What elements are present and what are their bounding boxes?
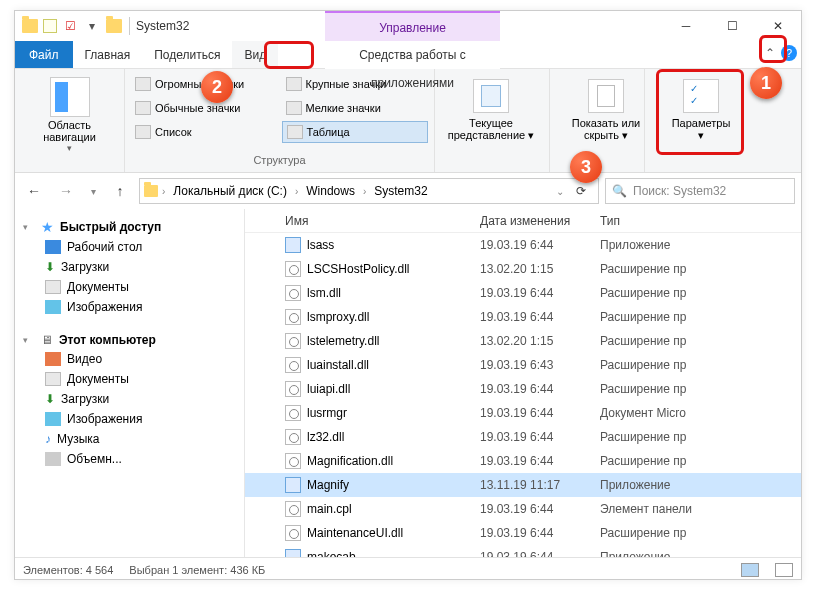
file-date: 19.03.19 6:44 bbox=[480, 310, 600, 324]
table-row[interactable]: lz32.dll19.03.19 6:44Расширение пр bbox=[245, 425, 801, 449]
col-name[interactable]: Имя bbox=[245, 214, 480, 228]
file-name: Magnify bbox=[307, 478, 349, 492]
view-icons-button[interactable] bbox=[775, 563, 793, 577]
close-button[interactable]: ✕ bbox=[755, 11, 801, 41]
file-name: lsmproxy.dll bbox=[307, 310, 369, 324]
file-type: Расширение пр bbox=[600, 310, 801, 324]
window-title: System32 bbox=[136, 19, 189, 33]
back-button[interactable]: ← bbox=[21, 178, 47, 204]
file-icon bbox=[285, 333, 301, 349]
search-placeholder: Поиск: System32 bbox=[633, 184, 726, 198]
sidebar: ▾★ Быстрый доступ Рабочий стол ⬇Загрузки… bbox=[15, 209, 245, 557]
crumb-2[interactable]: System32 bbox=[370, 184, 431, 198]
layout-table[interactable]: Таблица bbox=[282, 121, 429, 143]
table-row[interactable]: main.cpl19.03.19 6:44Элемент панели bbox=[245, 497, 801, 521]
table-row[interactable]: lsass19.03.19 6:44Приложение bbox=[245, 233, 801, 257]
maximize-button[interactable]: ☐ bbox=[709, 11, 755, 41]
file-type: Расширение пр bbox=[600, 526, 801, 540]
recent-dropdown[interactable]: ▾ bbox=[85, 178, 101, 204]
col-date[interactable]: Дата изменения bbox=[480, 214, 600, 228]
options-button[interactable]: Параметры▾ bbox=[651, 73, 751, 141]
tab-app-tools[interactable]: Средства работы с приложениями bbox=[325, 41, 500, 69]
collapse-ribbon-icon[interactable]: ⌃ bbox=[765, 46, 775, 60]
contextual-tab-header: Управление bbox=[325, 11, 500, 41]
options-icon bbox=[683, 79, 719, 113]
layout-medium[interactable]: Обычные значки bbox=[131, 97, 278, 119]
breadcrumb[interactable]: › Локальный диск (C:)› Windows› System32… bbox=[139, 178, 599, 204]
search-input[interactable]: 🔍 Поиск: System32 bbox=[605, 178, 795, 204]
show-hide-button[interactable]: Показать или скрыть ▾ bbox=[556, 73, 656, 141]
file-type: Документ Micro bbox=[600, 406, 801, 420]
titlebar: ☑ ▾ System32 Управление ─ ☐ ✕ bbox=[15, 11, 801, 41]
sidebar-item-downloads2[interactable]: ⬇Загрузки bbox=[19, 389, 240, 409]
table-row[interactable]: LSCSHostPolicy.dll13.02.20 1:15Расширени… bbox=[245, 257, 801, 281]
tab-home[interactable]: Главная bbox=[73, 41, 143, 68]
tab-view[interactable]: Вид bbox=[232, 41, 278, 68]
layout-small[interactable]: Мелкие значки bbox=[282, 97, 429, 119]
file-date: 19.03.19 6:44 bbox=[480, 550, 600, 557]
file-name: lsass bbox=[307, 238, 334, 252]
table-row[interactable]: luiapi.dll19.03.19 6:44Расширение пр bbox=[245, 377, 801, 401]
file-date: 13.02.20 1:15 bbox=[480, 334, 600, 348]
search-icon: 🔍 bbox=[612, 184, 627, 198]
view-details-button[interactable] bbox=[741, 563, 759, 577]
sidebar-item-documents2[interactable]: Документы bbox=[19, 369, 240, 389]
sidebar-quick-access[interactable]: ▾★ Быстрый доступ bbox=[19, 217, 240, 237]
tab-share[interactable]: Поделиться bbox=[142, 41, 232, 68]
marker-3: 3 bbox=[570, 151, 602, 183]
file-type: Расширение пр bbox=[600, 430, 801, 444]
file-name: lusrmgr bbox=[307, 406, 347, 420]
qat-props-icon[interactable] bbox=[43, 19, 57, 33]
crumb-0[interactable]: Локальный диск (C:) bbox=[169, 184, 291, 198]
table-row[interactable]: lusrmgr19.03.19 6:44Документ Micro bbox=[245, 401, 801, 425]
file-type: Элемент панели bbox=[600, 502, 801, 516]
address-bar: ← → ▾ ↑ › Локальный диск (C:)› Windows› … bbox=[15, 173, 801, 209]
file-icon bbox=[285, 525, 301, 541]
show-hide-icon bbox=[588, 79, 624, 113]
file-name: LSCSHostPolicy.dll bbox=[307, 262, 409, 276]
table-row[interactable]: lsmproxy.dll19.03.19 6:44Расширение пр bbox=[245, 305, 801, 329]
sidebar-item-pictures2[interactable]: Изображения bbox=[19, 409, 240, 429]
table-row[interactable]: makecab19.03.19 6:44Приложение bbox=[245, 545, 801, 557]
file-date: 19.03.19 6:44 bbox=[480, 238, 600, 252]
table-row[interactable]: Magnify13.11.19 11:17Приложение bbox=[245, 473, 801, 497]
file-icon bbox=[285, 261, 301, 277]
sidebar-item-videos[interactable]: Видео bbox=[19, 349, 240, 369]
file-date: 19.03.19 6:44 bbox=[480, 286, 600, 300]
help-icon[interactable]: ? bbox=[781, 45, 797, 61]
table-row[interactable]: MaintenanceUI.dll19.03.19 6:44Расширение… bbox=[245, 521, 801, 545]
table-row[interactable]: lsm.dll19.03.19 6:44Расширение пр bbox=[245, 281, 801, 305]
path-dropdown-icon[interactable]: ⌄ bbox=[556, 186, 564, 197]
refresh-button[interactable]: ⟳ bbox=[568, 184, 594, 198]
file-date: 19.03.19 6:44 bbox=[480, 430, 600, 444]
sidebar-this-pc[interactable]: ▾🖥 Этот компьютер bbox=[19, 331, 240, 349]
col-type[interactable]: Тип bbox=[600, 214, 801, 228]
marker-1: 1 bbox=[750, 67, 782, 99]
file-type: Приложение bbox=[600, 550, 801, 557]
file-type: Расширение пр bbox=[600, 358, 801, 372]
tab-file[interactable]: Файл bbox=[15, 41, 73, 68]
up-button[interactable]: ↑ bbox=[107, 178, 133, 204]
file-type: Расширение пр bbox=[600, 454, 801, 468]
ribbon-group-panes: Область навигации ▾ bbox=[15, 69, 125, 172]
sidebar-item-downloads[interactable]: ⬇Загрузки bbox=[19, 257, 240, 277]
sidebar-item-music[interactable]: ♪Музыка bbox=[19, 429, 240, 449]
sidebar-item-3d[interactable]: Объемн... bbox=[19, 449, 240, 469]
navigation-pane-button[interactable]: Область навигации bbox=[21, 119, 118, 143]
sidebar-item-desktop[interactable]: Рабочий стол bbox=[19, 237, 240, 257]
file-date: 19.03.19 6:43 bbox=[480, 358, 600, 372]
crumb-1[interactable]: Windows bbox=[302, 184, 359, 198]
forward-button[interactable]: → bbox=[53, 178, 79, 204]
qat-check-icon[interactable]: ☑ bbox=[61, 17, 79, 35]
current-view-button[interactable]: Текущее представление ▾ bbox=[441, 73, 541, 141]
file-icon bbox=[285, 453, 301, 469]
sidebar-item-pictures[interactable]: Изображения bbox=[19, 297, 240, 317]
qat-dropdown-icon[interactable]: ▾ bbox=[83, 17, 101, 35]
table-row[interactable]: luainstall.dll19.03.19 6:43Расширение пр bbox=[245, 353, 801, 377]
layout-list[interactable]: Список bbox=[131, 121, 278, 143]
table-row[interactable]: Magnification.dll19.03.19 6:44Расширение… bbox=[245, 449, 801, 473]
sidebar-item-documents[interactable]: Документы bbox=[19, 277, 240, 297]
minimize-button[interactable]: ─ bbox=[663, 11, 709, 41]
path-folder-icon bbox=[144, 185, 158, 197]
table-row[interactable]: lstelemetry.dll13.02.20 1:15Расширение п… bbox=[245, 329, 801, 353]
